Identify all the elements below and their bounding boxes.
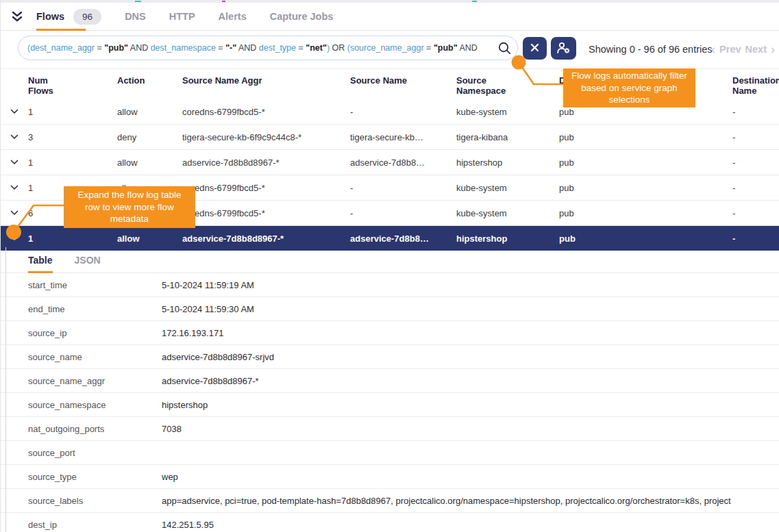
detail-field-key: start_time	[28, 280, 162, 290]
tab-dns[interactable]: DNS	[125, 3, 146, 30]
table-row[interactable]: 3 deny tigera-secure-kb-6f9c9c44c8-* tig…	[1, 125, 779, 150]
cell-destination-name: -	[732, 107, 779, 117]
cell-num-flows: 3	[28, 132, 117, 142]
table-row[interactable]: 1 allow adservice-7d8b8d8967-* adservice…	[1, 150, 779, 175]
flow-detail-panel: Table JSON start_time 5-10-2024 11:59:19…	[1, 247, 779, 532]
cell-destination-name: -	[732, 132, 779, 142]
clipped-mark	[135, 1, 141, 2]
query-token: =	[216, 43, 225, 53]
cell-source-namespace: hipstershop	[456, 233, 559, 244]
expand-row-chevron-icon[interactable]	[1, 109, 28, 114]
detail-tab-table[interactable]: Table	[28, 247, 53, 273]
user-settings-button[interactable]	[551, 37, 576, 60]
detail-field-key: source_type	[28, 472, 162, 482]
detail-field-key: source_name	[28, 352, 162, 362]
col-header-destination-name: Destination Name	[732, 75, 779, 96]
cell-action: allow	[117, 157, 182, 168]
flow-logs-page: Flows 96 DNS HTTP Alerts Capture Jobs (d…	[0, 0, 779, 532]
filter-query: (dest_name_aggr = "pub" AND dest_namespa…	[18, 43, 498, 53]
col-header-action: Action	[117, 75, 182, 86]
cell-source-namespace: kube-system	[456, 183, 559, 193]
detail-field-key: dest_ip	[28, 520, 162, 530]
query-token: =	[95, 43, 104, 53]
cell-source-name: adservice-7d8b8…	[350, 157, 456, 168]
tab-flows-label: Flows	[36, 11, 64, 22]
filter-query-input[interactable]: (dest_name_aggr = "pub" AND dest_namespa…	[18, 36, 518, 60]
query-token: "net"	[306, 43, 327, 53]
cell-num-flows: 1	[28, 157, 117, 168]
detail-field-key: end_time	[28, 304, 162, 314]
collapse-panel-icon[interactable]	[10, 11, 24, 23]
detail-tab-json[interactable]: JSON	[75, 247, 101, 273]
clear-filter-button[interactable]	[523, 37, 547, 60]
cell-num-flows: 1	[28, 233, 117, 244]
cell-dest-name-aggr: pub	[559, 208, 732, 218]
tab-alerts-label: Alerts	[219, 11, 247, 22]
next-button[interactable]: Next	[745, 44, 767, 55]
detail-field-row: source_name adservice-7d8b8d8967-srjvd	[1, 345, 779, 369]
query-token: dest_name_aggr	[30, 43, 95, 53]
detail-field-key: source_name_aggr	[28, 376, 162, 386]
callout-expand-tip: Expand the flow log table row to view mo…	[64, 186, 195, 228]
cell-source-name-aggr: coredns-6799fbcd5-*	[182, 183, 350, 193]
detail-field-value: 172.16.193.171	[162, 328, 779, 338]
tab-alerts[interactable]: Alerts	[219, 3, 247, 30]
tab-http[interactable]: HTTP	[169, 3, 195, 30]
cell-action: deny	[117, 132, 182, 142]
detail-field-key: source_labels	[28, 496, 162, 506]
detail-field-row: nat_outgoing_ports 7038	[1, 417, 779, 441]
query-token: "-"	[225, 43, 236, 53]
cell-source-name-aggr: adservice-7d8b8d8967-*	[182, 233, 350, 244]
detail-tab-json-label: JSON	[75, 255, 101, 266]
search-icon[interactable]	[498, 42, 511, 55]
tab-capture-jobs-label: Capture Jobs	[270, 11, 334, 22]
query-token: AND	[236, 43, 259, 53]
callout-filter-text: Flow logs automatically filter based on …	[570, 70, 689, 106]
cell-dest-name-aggr: pub	[559, 183, 732, 193]
detail-field-row: end_time 5-10-2024 11:59:30 AM	[1, 297, 779, 321]
detail-field-value: 5-10-2024 11:59:19 AM	[162, 280, 779, 290]
cell-dest-name-aggr: pub	[559, 132, 732, 142]
detail-field-row: dest_ip 142.251.5.95	[1, 513, 779, 532]
expand-row-chevron-icon[interactable]	[1, 185, 28, 190]
detail-field-value: 142.251.5.95	[162, 520, 779, 530]
prev-chevron-icon[interactable]: ‹	[711, 42, 715, 57]
detail-field-row: source_port	[1, 441, 779, 465]
detail-field-row: source_namespace hipstershop	[1, 393, 779, 417]
pagination: ‹ Prev Next ›	[709, 30, 777, 68]
expanded-row-indicator-line	[5, 247, 6, 532]
query-token: dest_namespace	[151, 43, 216, 53]
cell-source-namespace: kube-system	[456, 107, 559, 117]
col-header-source-name-aggr: Source Name Aggr	[182, 75, 350, 86]
detail-field-key: source_namespace	[28, 400, 162, 410]
expand-row-chevron-icon[interactable]	[1, 236, 28, 241]
detail-field-row: source_labels app=adservice, pci=true, p…	[1, 489, 779, 513]
cell-source-name: tigera-secure-kb…	[350, 132, 456, 142]
expand-row-chevron-icon[interactable]	[1, 160, 28, 165]
prev-button[interactable]: Prev	[719, 44, 741, 55]
expand-row-chevron-icon[interactable]	[1, 210, 28, 216]
tab-flows[interactable]: Flows 96	[36, 3, 101, 30]
detail-field-value: adservice-7d8b8d8967-srjvd	[162, 352, 779, 362]
log-type-tabbar: Flows 96 DNS HTTP Alerts Capture Jobs	[1, 3, 779, 31]
flows-count-badge: 96	[73, 9, 101, 25]
detail-tabbar: Table JSON	[1, 247, 779, 273]
cell-source-name: adservice-7d8b8…	[350, 233, 456, 244]
detail-field-row: source_ip 172.16.193.171	[1, 321, 779, 345]
cell-destination-name: -	[732, 208, 779, 218]
expand-row-chevron-icon[interactable]	[1, 134, 28, 140]
query-token: source_name_aggr	[350, 43, 424, 53]
tab-http-label: HTTP	[169, 11, 195, 22]
detail-field-value: app=adservice, pci=true, pod-template-ha…	[162, 496, 779, 506]
clipped-mark	[472, 1, 477, 2]
detail-field-value: adservice-7d8b8d8967-*	[162, 376, 779, 386]
cell-action: allow	[117, 107, 182, 117]
query-token: "pub"	[104, 43, 128, 53]
clipped-mark	[222, 1, 225, 2]
tab-capture-jobs[interactable]: Capture Jobs	[270, 3, 334, 30]
detail-field-list: start_time 5-10-2024 11:59:19 AM end_tim…	[1, 273, 779, 532]
cell-source-name-aggr: coredns-6799fbcd5-*	[182, 107, 350, 117]
next-chevron-icon[interactable]: ›	[771, 42, 775, 57]
detail-field-value: 5-10-2024 11:59:30 AM	[162, 304, 779, 314]
cell-source-name: -	[350, 183, 456, 193]
